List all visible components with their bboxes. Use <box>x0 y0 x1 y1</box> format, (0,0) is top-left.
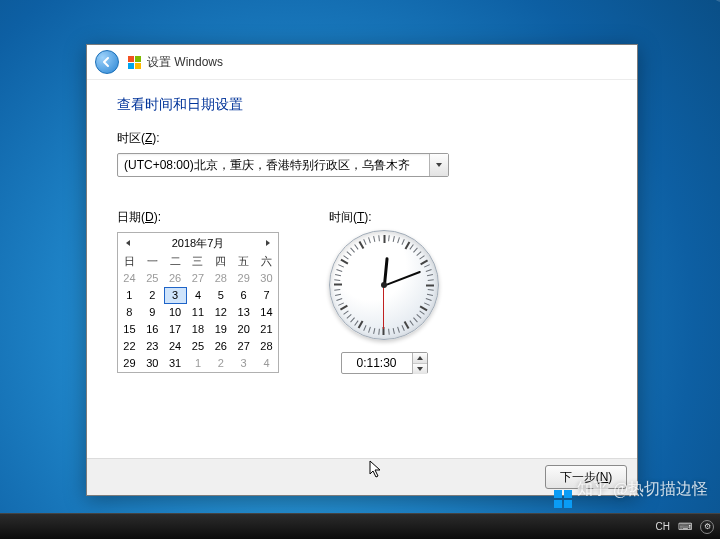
calendar-next-month-button[interactable] <box>260 235 276 251</box>
analog-clock <box>329 230 439 340</box>
calendar-day[interactable]: 2 <box>141 287 164 304</box>
calendar-dow: 二 <box>164 253 187 270</box>
page-title: 查看时间和日期设置 <box>117 96 607 114</box>
calendar-dow: 日 <box>118 253 141 270</box>
calendar-day[interactable]: 24 <box>118 270 141 287</box>
calendar-day[interactable]: 20 <box>232 321 255 338</box>
timezone-dropdown-button[interactable] <box>429 154 448 176</box>
calendar-day[interactable]: 23 <box>141 338 164 355</box>
calendar-day[interactable]: 22 <box>118 338 141 355</box>
calendar-day[interactable]: 25 <box>141 270 164 287</box>
arrow-left-icon <box>101 56 113 68</box>
calendar-day[interactable]: 28 <box>255 338 278 355</box>
taskbar-keyboard-icon[interactable]: ⌨ <box>678 521 692 532</box>
triangle-right-icon <box>264 239 272 247</box>
calendar-day[interactable]: 16 <box>141 321 164 338</box>
taskbar-ease-of-access-icon[interactable]: ⚙ <box>700 520 714 534</box>
time-spin-down-button[interactable] <box>413 364 427 374</box>
triangle-left-icon <box>124 239 132 247</box>
calendar-day[interactable]: 7 <box>255 287 278 304</box>
triangle-down-icon <box>416 365 424 373</box>
calendar-day[interactable]: 29 <box>118 355 141 372</box>
timezone-combobox[interactable]: (UTC+08:00)北京，重庆，香港特别行政区，乌鲁木齐 <box>117 153 449 177</box>
calendar-day[interactable]: 26 <box>164 270 187 287</box>
back-button[interactable] <box>95 50 119 74</box>
calendar-day[interactable]: 1 <box>187 355 210 372</box>
calendar-dow: 四 <box>209 253 232 270</box>
calendar-day[interactable]: 9 <box>141 304 164 321</box>
time-label: 时间(T): <box>329 209 439 226</box>
calendar-day[interactable]: 30 <box>255 270 278 287</box>
calendar[interactable]: 2018年7月 日一二三四五六2425262728293012345678910… <box>117 232 279 373</box>
calendar-day[interactable]: 15 <box>118 321 141 338</box>
zhihu-icon <box>553 489 573 509</box>
calendar-dow: 六 <box>255 253 278 270</box>
calendar-day[interactable]: 18 <box>187 321 210 338</box>
calendar-day[interactable]: 29 <box>232 270 255 287</box>
chevron-down-icon <box>435 161 443 169</box>
calendar-day[interactable]: 19 <box>209 321 232 338</box>
app-title: 设置 Windows <box>147 54 223 71</box>
setup-windows-dialog: 设置 Windows 查看时间和日期设置 时区(Z): (UTC+08:00)北… <box>86 44 638 496</box>
calendar-day[interactable]: 4 <box>255 355 278 372</box>
calendar-day[interactable]: 3 <box>232 355 255 372</box>
timezone-label: 时区(Z): <box>117 130 607 147</box>
calendar-day[interactable]: 3 <box>164 287 187 304</box>
date-label: 日期(D): <box>117 209 279 226</box>
calendar-day[interactable]: 27 <box>187 270 210 287</box>
time-spinner[interactable] <box>341 352 428 374</box>
windows-flag-icon <box>127 55 141 69</box>
calendar-day[interactable]: 17 <box>164 321 187 338</box>
calendar-day[interactable]: 8 <box>118 304 141 321</box>
calendar-day[interactable]: 5 <box>209 287 232 304</box>
calendar-day[interactable]: 10 <box>164 304 187 321</box>
calendar-prev-month-button[interactable] <box>120 235 136 251</box>
calendar-day[interactable]: 28 <box>209 270 232 287</box>
calendar-day[interactable]: 24 <box>164 338 187 355</box>
calendar-day[interactable]: 11 <box>187 304 210 321</box>
triangle-up-icon <box>416 354 424 362</box>
time-input[interactable] <box>342 353 412 373</box>
calendar-day[interactable]: 4 <box>187 287 210 304</box>
calendar-day[interactable]: 30 <box>141 355 164 372</box>
dialog-header: 设置 Windows <box>87 45 637 80</box>
calendar-dow: 五 <box>232 253 255 270</box>
calendar-day[interactable]: 21 <box>255 321 278 338</box>
calendar-day[interactable]: 13 <box>232 304 255 321</box>
calendar-dow: 三 <box>187 253 210 270</box>
calendar-dow: 一 <box>141 253 164 270</box>
calendar-day[interactable]: 12 <box>209 304 232 321</box>
taskbar: CH ⌨ ⚙ <box>0 513 720 539</box>
calendar-day[interactable]: 1 <box>118 287 141 304</box>
timezone-selected-text: (UTC+08:00)北京，重庆，香港特别行政区，乌鲁木齐 <box>118 157 429 174</box>
calendar-day[interactable]: 25 <box>187 338 210 355</box>
clock-second-hand <box>383 285 384 329</box>
calendar-day[interactable]: 27 <box>232 338 255 355</box>
watermark: 知乎 @热切描边怪 <box>553 479 708 509</box>
calendar-day[interactable]: 31 <box>164 355 187 372</box>
calendar-day[interactable]: 2 <box>209 355 232 372</box>
time-spin-up-button[interactable] <box>413 353 427 364</box>
calendar-day[interactable]: 6 <box>232 287 255 304</box>
calendar-day[interactable]: 26 <box>209 338 232 355</box>
calendar-month-title: 2018年7月 <box>172 236 225 251</box>
taskbar-lang-indicator[interactable]: CH <box>656 521 670 532</box>
calendar-day[interactable]: 14 <box>255 304 278 321</box>
